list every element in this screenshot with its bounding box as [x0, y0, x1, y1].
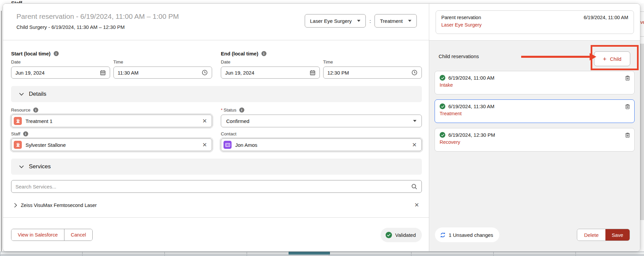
- chevron-down-icon: [408, 20, 411, 22]
- background-page-edge: [1, 11, 2, 251]
- check-circle-icon: [386, 232, 392, 238]
- contact-lookup-input[interactable]: Jon Amos ✕: [221, 138, 422, 151]
- end-time-value: 12:30 PM: [328, 70, 349, 76]
- background-scrollbar-track[interactable]: [640, 44, 644, 220]
- status-label: Status: [224, 108, 236, 113]
- end-fields: Date Jun 19, 2024: [221, 59, 422, 79]
- delete-save-group: Delete Save: [577, 229, 630, 241]
- info-icon[interactable]: i: [54, 51, 59, 56]
- info-icon[interactable]: i: [261, 51, 266, 56]
- start-date-field: Date Jun 19, 2024: [11, 59, 110, 79]
- save-button[interactable]: Save: [605, 229, 630, 241]
- clock-icon: [411, 70, 417, 76]
- child-card-type: Treatment: [440, 111, 630, 116]
- clock-icon: [202, 70, 208, 76]
- delete-child-button[interactable]: [625, 103, 631, 110]
- plus-icon: +: [603, 56, 606, 62]
- sync-icon: [440, 232, 446, 238]
- staff-contact-row: Staff i Sylvester Stallone: [11, 131, 422, 151]
- start-label-text: Start (local time): [11, 51, 51, 56]
- resource-lookup-input[interactable]: Treatment 1 ✕: [11, 115, 212, 127]
- details-section-header[interactable]: Details: [11, 86, 422, 102]
- child-reservation-card[interactable]: 6/19/2024, 12:30 PM Recovery: [435, 128, 635, 152]
- clear-resource-button[interactable]: ✕: [200, 118, 209, 125]
- status-label-row: *Status i: [221, 108, 422, 113]
- parent-reservation-title: Parent reservation - 6/19/2024, 11:00 AM…: [16, 12, 179, 20]
- child-card-datetime: 6/19/2024, 11:30 AM: [448, 103, 494, 109]
- end-date-value: Jun 19, 2024: [225, 70, 254, 76]
- parent-card-datetime: 6/19/2024, 11:00 AM: [584, 15, 628, 20]
- background-calendar-event-cell: [289, 252, 330, 255]
- check-circle-icon: [440, 132, 445, 138]
- child-reservation-card-selected[interactable]: 6/19/2024, 11:30 AM Treatment: [435, 99, 635, 123]
- reservation-sidebar-panel: Parent reservation 6/19/2024, 11:00 AM L…: [429, 4, 640, 251]
- reservation-type-value: Laser Eye Surgery: [310, 18, 352, 24]
- staff-lookup-input[interactable]: Sylvester Stallone ✕: [11, 138, 212, 151]
- calendar-icon: [100, 70, 106, 76]
- background-divider: [640, 36, 644, 37]
- annotation-arrow: [521, 56, 590, 58]
- parent-card-type: Laser Eye Surgery: [441, 22, 628, 28]
- end-date-field: Date Jun 19, 2024: [221, 59, 320, 79]
- sidebar-body: Child reservations + Child 6/19/2024, 11…: [429, 41, 640, 251]
- reservation-modal: Parent reservation - 6/19/2024, 11:00 AM…: [3, 3, 640, 252]
- clear-contact-button[interactable]: ✕: [410, 141, 419, 148]
- delete-child-button[interactable]: [625, 75, 631, 81]
- background-divider: [640, 11, 644, 12]
- info-icon[interactable]: i: [33, 108, 38, 113]
- view-in-salesforce-button[interactable]: View in Salesforce: [11, 229, 64, 241]
- child-card-datetime: 6/19/2024, 11:00 AM: [448, 75, 494, 81]
- background-page-text-fragment: Staff: [11, 0, 22, 3]
- validated-badge: Validated: [381, 228, 422, 242]
- cancel-button[interactable]: Cancel: [64, 229, 92, 241]
- calendar-icon: [310, 70, 315, 76]
- staff-label-row: Staff i: [11, 131, 212, 136]
- reservation-subtype-select[interactable]: Treatment: [375, 14, 417, 28]
- child-reservations-toolbar: Child reservations + Child: [435, 41, 635, 71]
- reservation-type-select[interactable]: Laser Eye Surgery: [305, 14, 366, 28]
- clear-staff-button[interactable]: ✕: [200, 141, 209, 148]
- check-circle-icon: [440, 103, 445, 109]
- search-icon: [411, 183, 417, 190]
- status-select[interactable]: Confirmed: [221, 115, 422, 127]
- unsaved-changes-chip[interactable]: 1 Unsaved changes: [435, 227, 499, 242]
- child-card-row: 6/19/2024, 11:30 AM: [440, 103, 630, 109]
- service-item-row[interactable]: Zeiss VisuMax Femtosecond Laser ✕: [11, 202, 422, 209]
- start-time-input[interactable]: 11:30 AM: [113, 67, 212, 79]
- end-time-input[interactable]: 12:30 PM: [323, 67, 422, 79]
- reservation-subtype-value: Treatment: [380, 18, 403, 24]
- modal-header: Parent reservation - 6/19/2024, 11:00 AM…: [3, 4, 429, 40]
- services-section-header[interactable]: Services: [11, 159, 422, 175]
- child-reservation-card[interactable]: 6/19/2024, 11:00 AM Intake: [435, 71, 635, 94]
- contact-value: Jon Amos: [235, 142, 406, 148]
- status-field: *Status i Confirmed: [221, 108, 422, 127]
- time-label: Time: [113, 59, 212, 65]
- contact-field: Contact Jon Amos ✕: [221, 131, 422, 151]
- type-selectors: Laser Eye Surgery : Treatment: [305, 14, 417, 28]
- staff-icon: [14, 141, 22, 149]
- start-time-field: Time 11:30 AM: [113, 59, 212, 79]
- resource-label-row: Resource i: [11, 108, 212, 113]
- delete-child-button[interactable]: [625, 132, 631, 138]
- chevron-right-icon: [14, 203, 17, 208]
- start-date-input[interactable]: Jun 19, 2024: [11, 67, 110, 79]
- info-icon[interactable]: i: [239, 108, 244, 113]
- selector-separator: :: [369, 18, 371, 24]
- services-section-label: Services: [29, 163, 51, 170]
- contact-icon: [224, 141, 232, 149]
- resource-status-row: Resource i Treatment 1: [11, 108, 422, 127]
- end-date-input[interactable]: Jun 19, 2024: [221, 67, 320, 79]
- start-time-value: 11:30 AM: [118, 70, 139, 76]
- add-child-label: Child: [610, 56, 621, 62]
- parent-card-title: Parent reservation: [441, 15, 481, 20]
- time-label: Time: [323, 59, 422, 65]
- info-icon[interactable]: i: [23, 131, 28, 136]
- remove-service-button[interactable]: ✕: [412, 202, 421, 209]
- add-child-button[interactable]: + Child: [594, 51, 630, 66]
- parent-reservation-card[interactable]: Parent reservation 6/19/2024, 11:00 AM L…: [436, 10, 634, 34]
- delete-button[interactable]: Delete: [577, 229, 605, 241]
- services-search-input[interactable]: [15, 184, 411, 189]
- check-circle-icon: [440, 75, 445, 81]
- chevron-down-icon: [413, 120, 416, 122]
- background-right-strip: ve: [640, 3, 644, 252]
